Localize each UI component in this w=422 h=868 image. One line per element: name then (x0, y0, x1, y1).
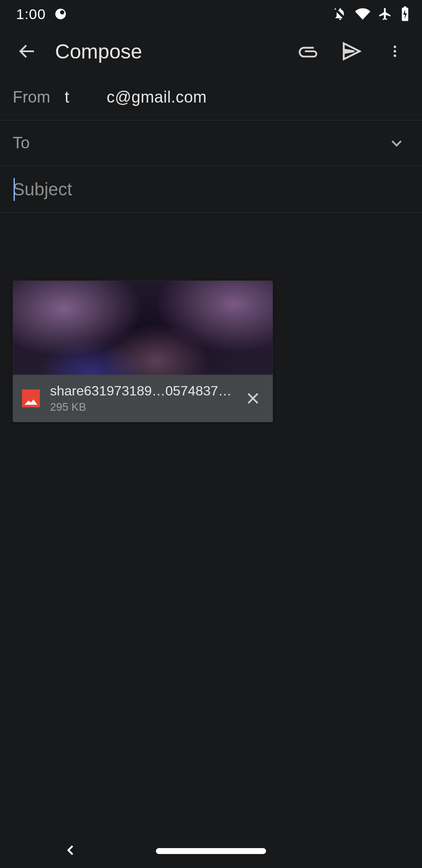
from-label: From (13, 88, 50, 106)
chevron-left-icon (64, 843, 78, 857)
text-cursor (14, 178, 15, 201)
airplane-mode-icon (378, 7, 392, 21)
body-text-area[interactable] (13, 225, 409, 281)
wifi-icon (355, 6, 370, 22)
dnd-off-icon (333, 7, 347, 21)
status-left: 1:00 (16, 6, 67, 22)
svg-rect-5 (404, 6, 406, 8)
attachment-card[interactable]: share631973189…05748371.png 295 KB (13, 281, 273, 422)
svg-point-0 (56, 9, 66, 19)
to-field[interactable]: To (0, 120, 422, 166)
status-right (333, 6, 410, 22)
svg-point-1 (60, 10, 64, 14)
status-bar: 1:00 (0, 0, 422, 28)
attach-button[interactable] (289, 32, 328, 71)
attachment-filesize: 295 KB (50, 401, 232, 414)
close-icon (245, 390, 261, 406)
attachment-info-bar: share631973189…05748371.png 295 KB (13, 375, 273, 422)
attachment-filename: share631973189…05748371.png (50, 383, 232, 399)
subject-field[interactable] (0, 166, 422, 213)
remove-attachment-button[interactable] (242, 388, 264, 409)
attachment-preview-image (13, 281, 273, 375)
image-file-icon (22, 389, 40, 407)
chevron-down-icon (388, 134, 405, 152)
page-title: Compose (51, 40, 285, 63)
from-value: tc@gmail.com (65, 88, 409, 106)
subject-input[interactable] (13, 179, 409, 200)
svg-point-8 (394, 46, 396, 48)
send-button[interactable] (332, 32, 371, 71)
svg-point-9 (394, 50, 396, 53)
nav-home-pill[interactable] (156, 848, 266, 854)
to-label: To (13, 134, 44, 152)
paperclip-icon (298, 41, 319, 62)
from-field[interactable]: From tc@gmail.com (0, 75, 422, 120)
more-vert-icon (387, 44, 403, 59)
send-icon (341, 41, 362, 62)
app-badge-icon (54, 8, 67, 20)
from-email: c@gmail.com (107, 88, 207, 106)
system-back-button[interactable] (64, 843, 78, 859)
from-name: t (65, 88, 69, 106)
expand-recipients-button[interactable] (384, 131, 409, 156)
back-button[interactable] (8, 32, 47, 71)
more-options-button[interactable] (375, 32, 414, 71)
app-bar: Compose (0, 28, 422, 75)
arrow-back-icon (17, 41, 37, 61)
battery-charging-icon (400, 6, 410, 22)
status-time: 1:00 (16, 6, 46, 22)
svg-point-10 (394, 55, 396, 57)
system-nav-bar (0, 834, 422, 868)
attachment-text: share631973189…05748371.png 295 KB (50, 383, 232, 414)
compose-body[interactable]: share631973189…05748371.png 295 KB (0, 213, 422, 435)
